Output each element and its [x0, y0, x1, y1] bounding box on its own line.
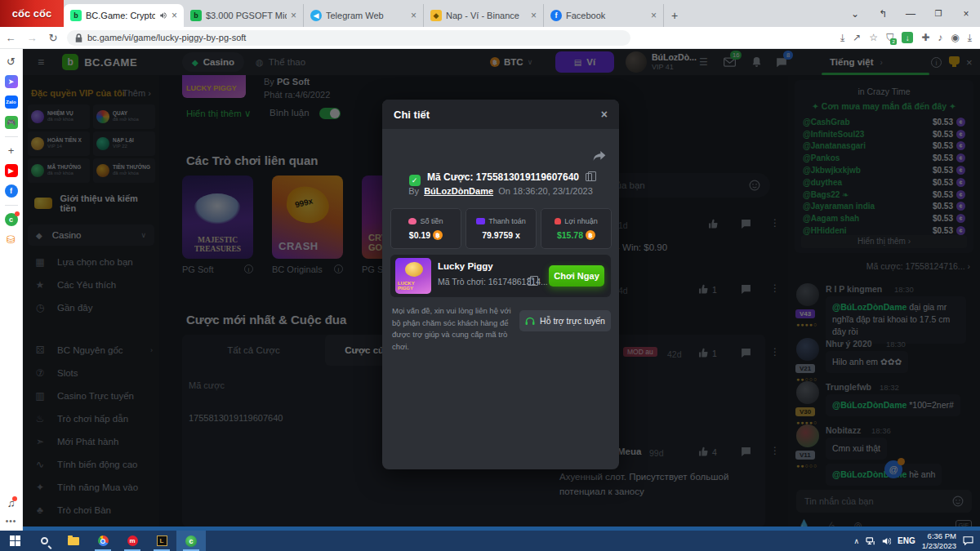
- bookmark-star-icon[interactable]: ☆: [869, 32, 878, 43]
- btc-icon: ฿: [586, 230, 595, 240]
- taskbar-clock[interactable]: 6:36 PM 1/23/2023: [922, 531, 956, 550]
- game-controller-icon[interactable]: 🎮: [5, 116, 18, 129]
- headset-icon: [525, 317, 535, 326]
- facebook-favicon: f: [550, 10, 562, 21]
- bet-id-text: Mã Cược: 1755813019119607640: [427, 171, 579, 183]
- network-icon[interactable]: [866, 537, 875, 545]
- notification-bell-icon[interactable]: ♫: [7, 497, 16, 509]
- new-tab-button[interactable]: +: [664, 4, 685, 27]
- tab-bcgame[interactable]: b BC.Game: Crypto Casino ×: [64, 4, 184, 27]
- tab-search-icon[interactable]: ⌄: [841, 8, 869, 20]
- bet-details-modal: Chi tiết × ✓ Mã Cược: 175581301911960764…: [382, 100, 619, 469]
- bcgame-favicon: b: [70, 10, 82, 21]
- telegram-favicon: ◀: [310, 10, 322, 21]
- tab-history-icon[interactable]: ↰: [869, 8, 897, 20]
- binance-favicon: ◆: [430, 10, 442, 21]
- game-thumbnail[interactable]: LUCKY PIGGY: [395, 258, 431, 294]
- minimize-button[interactable]: —: [897, 8, 924, 20]
- bet-author-link[interactable]: BúLozDònDame: [424, 186, 493, 196]
- stat-profit: Lợi nhuận $15.78฿: [541, 208, 612, 249]
- tab-telegram[interactable]: ◀ Telegram Web ×: [304, 4, 424, 27]
- file-explorer-icon[interactable]: [59, 531, 88, 551]
- system-tray: ∧ ENG 6:36 PM 1/23/2023: [853, 531, 980, 550]
- action-center-icon[interactable]: [963, 536, 973, 545]
- pig-icon: [408, 218, 416, 224]
- profit-icon: [555, 218, 561, 224]
- coccoc-news-icon[interactable]: c: [5, 213, 18, 226]
- download-manager-icon[interactable]: ↓: [902, 32, 913, 43]
- tab-close-icon[interactable]: ×: [411, 10, 416, 21]
- modal-title: Chi tiết: [394, 109, 430, 121]
- zalo-icon[interactable]: Zalo: [5, 96, 18, 109]
- url-text: bc.game/vi/game/lucky-piggy-by-pg-soft: [87, 33, 246, 42]
- screen: cốc cốc b BC.Game: Crypto Casino × b $3.…: [0, 0, 980, 551]
- coccoc-menu-button[interactable]: cốc cốc: [0, 0, 64, 27]
- close-button[interactable]: ×: [952, 8, 980, 20]
- browser-toolbar: ← → ↻ bc.game/vi/game/lucky-piggy-by-pg-…: [0, 27, 980, 49]
- btc-icon: ฿: [433, 230, 443, 240]
- red-app-icon[interactable]: m: [118, 531, 147, 551]
- downloads-icon[interactable]: ⤓: [968, 32, 972, 43]
- share-icon[interactable]: ↗: [853, 32, 861, 43]
- taskbar: m L c ∧ ENG 6:36 PM 1/23/2023: [0, 531, 980, 551]
- language-indicator[interactable]: ENG: [898, 536, 915, 545]
- chrome-icon[interactable]: [88, 531, 118, 551]
- tab-audio-icon[interactable]: [159, 11, 167, 20]
- tab-close-icon[interactable]: ×: [172, 10, 177, 21]
- copy-icon[interactable]: [586, 173, 592, 181]
- youtube-icon[interactable]: ▶: [5, 164, 18, 177]
- modal-game-name[interactable]: Lucky Piggy: [438, 261, 493, 271]
- more-icon[interactable]: •••: [6, 517, 17, 526]
- coccoc-brand-label: cốc cốc: [12, 7, 51, 20]
- tab-close-icon[interactable]: ×: [291, 10, 296, 21]
- back-button[interactable]: ←: [0, 32, 21, 44]
- pgsoft-favicon: b: [190, 10, 202, 21]
- play-now-button[interactable]: Chơi Ngay: [549, 265, 604, 287]
- tab-close-icon[interactable]: ×: [531, 10, 537, 21]
- shield-icon[interactable]: ⛉2: [886, 32, 893, 43]
- browser-tab-strip: cốc cốc b BC.Game: Crypto Casino × b $3.…: [0, 0, 980, 27]
- reload-button[interactable]: ↻: [42, 32, 64, 44]
- league-of-legends-icon[interactable]: L: [147, 531, 176, 551]
- lock-icon: [75, 33, 82, 42]
- verified-shield-icon[interactable]: ✓: [409, 175, 421, 186]
- add-sidebar-icon[interactable]: +: [8, 144, 15, 157]
- coccoc-taskbar-icon[interactable]: c: [176, 531, 206, 551]
- address-bar[interactable]: bc.game/vi/game/lucky-piggy-by-pg-soft: [67, 30, 630, 46]
- media-control-icon[interactable]: ♪: [938, 32, 942, 43]
- support-button[interactable]: Hỗ trợ trực tuyến: [519, 310, 611, 331]
- messenger-icon[interactable]: ➤: [5, 75, 18, 88]
- copy-icon[interactable]: [528, 278, 534, 286]
- profile-icon[interactable]: ◉: [951, 32, 959, 43]
- bet-id-row: ✓ Mã Cược: 1755813019119607640: [382, 169, 619, 186]
- divider: [5, 136, 18, 137]
- tab-close-icon[interactable]: ×: [651, 10, 657, 21]
- modal-header: Chi tiết ×: [382, 100, 619, 129]
- modal-close-icon[interactable]: ×: [601, 108, 608, 121]
- bet-author-row: By BúLozDònDame On 18:36:20, 23/1/2023: [382, 186, 619, 196]
- cart-icon[interactable]: ⛁: [7, 233, 16, 246]
- forward-button[interactable]: →: [21, 32, 42, 44]
- stat-payout: Thanh toán 79.9759 x: [466, 208, 537, 249]
- start-button[interactable]: [0, 531, 29, 551]
- divider: [5, 205, 18, 206]
- coccoc-side-rail: ↺ ➤ Zalo 🎮 + ▶ f c ⛁ ♫ •••: [0, 49, 23, 531]
- card-icon: [476, 218, 485, 224]
- volume-icon[interactable]: [882, 537, 891, 545]
- modal-game-row: LUCKY PIGGY Lucky Piggy Mã Trò chơi: 161…: [390, 255, 611, 297]
- maximize-button[interactable]: ❐: [924, 9, 952, 18]
- support-text: Mọi vấn đề, xin vui lòng liên hệ với bộ …: [392, 305, 514, 353]
- tab-pgsoft[interactable]: b $3.000 PGSOFT Mid-Week M ×: [184, 4, 304, 27]
- history-icon[interactable]: ↺: [7, 56, 16, 68]
- stat-amount: Số tiền $0.19฿: [390, 208, 461, 249]
- taskbar-search-icon[interactable]: [29, 531, 59, 551]
- facebook-icon[interactable]: f: [5, 184, 18, 198]
- tab-facebook[interactable]: f Facebook ×: [544, 4, 664, 27]
- extensions-icon[interactable]: ✚: [921, 32, 929, 43]
- save-page-icon[interactable]: ⤓: [840, 32, 844, 43]
- share-icon[interactable]: [593, 150, 606, 162]
- bcgame-page: ≡ b BC.GAME ◆ Casino ◍ Thể thao ฿ BTC ∨ …: [23, 49, 980, 527]
- tab-binance[interactable]: ◆ Nap - Ví - Binance ×: [424, 4, 544, 27]
- tray-expand-icon[interactable]: ∧: [853, 537, 859, 545]
